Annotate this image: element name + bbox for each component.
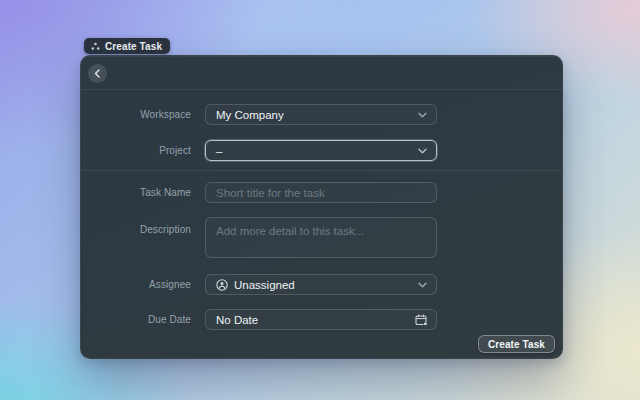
create-task-window: Workspace My Company Project – Task Name… (80, 55, 563, 359)
description-row: Description (81, 217, 562, 258)
chevron-left-icon (94, 69, 101, 78)
calendar-plus-icon (415, 314, 428, 326)
task-name-field (205, 182, 437, 203)
workspace-row: Workspace My Company (81, 104, 562, 125)
chevron-down-icon (418, 148, 427, 154)
description-field (205, 217, 437, 258)
due-date-field[interactable]: No Date (205, 309, 437, 330)
chevron-down-icon (418, 282, 427, 288)
workspace-value: My Company (216, 109, 284, 121)
project-value: – (216, 145, 222, 157)
workspace-label: Workspace (81, 109, 205, 120)
due-date-value: No Date (216, 314, 258, 326)
back-button[interactable] (88, 64, 107, 83)
assignee-row: Assignee Unassigned (81, 274, 562, 295)
project-label: Project (81, 145, 205, 156)
assignee-label: Assignee (81, 279, 205, 290)
assignee-value: Unassigned (234, 279, 295, 291)
section-divider (81, 170, 562, 171)
task-name-label: Task Name (81, 187, 205, 198)
description-input[interactable] (206, 218, 436, 269)
launcher-badge-label: Create Task (105, 41, 162, 52)
create-task-button[interactable]: Create Task (478, 335, 555, 353)
task-name-input[interactable] (216, 183, 426, 202)
description-label: Description (81, 217, 205, 235)
assignee-dropdown[interactable]: Unassigned (205, 274, 437, 295)
chevron-down-icon (418, 112, 427, 118)
header-divider (81, 89, 562, 90)
project-row: Project – (81, 140, 562, 161)
due-date-row: Due Date No Date (81, 309, 562, 330)
project-dropdown[interactable]: – (205, 140, 437, 161)
due-date-label: Due Date (81, 314, 205, 325)
launcher-badge[interactable]: Create Task (84, 38, 170, 54)
command-dots-icon (91, 42, 100, 51)
workspace-dropdown[interactable]: My Company (205, 104, 437, 125)
person-circle-icon (216, 279, 228, 291)
task-name-row: Task Name (81, 182, 562, 203)
